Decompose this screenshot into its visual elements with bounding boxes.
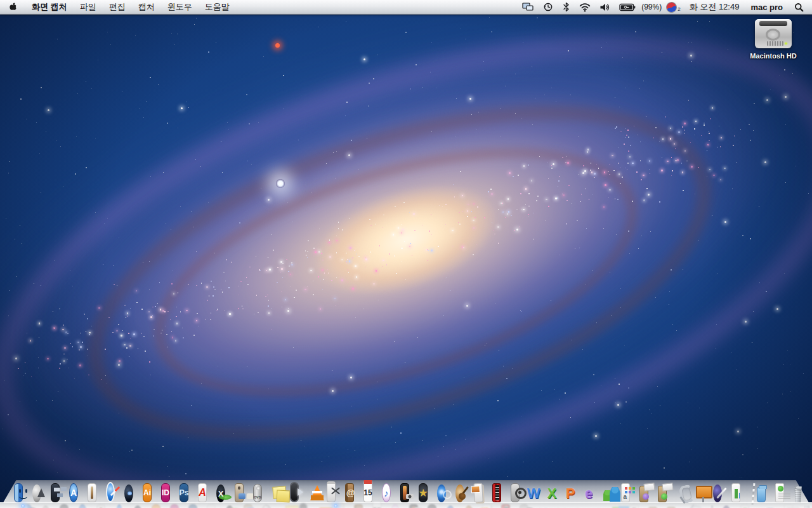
clock-menu[interactable]: 화 오전 12:49 <box>685 0 744 14</box>
color-panels-app-glyph: a <box>622 484 629 502</box>
dock-item-itunes[interactable]: ♪♪ <box>382 481 400 504</box>
dock-item-ms-messenger[interactable] <box>603 481 620 504</box>
dock-item-idvd[interactable] <box>437 481 455 504</box>
korean-flag-icon <box>665 0 679 14</box>
dock-item-dvd-player[interactable]: DVDDVD <box>253 481 271 504</box>
dock-item-clamp-app[interactable] <box>676 481 694 504</box>
dock-item-vlc[interactable] <box>308 481 326 504</box>
dock-item-address-book[interactable]: @@ <box>345 481 363 504</box>
dock-item-archive-cabinet[interactable] <box>235 481 252 504</box>
dock-item-color-panels-app[interactable]: aa <box>621 481 639 504</box>
dock-item-launchpad[interactable] <box>32 481 50 504</box>
dock-item-numbers[interactable] <box>731 481 749 504</box>
dock-item-imovie[interactable]: ★★ <box>419 481 436 504</box>
menu-item-4[interactable]: 윈도우 <box>161 0 199 14</box>
hard-drive-platter <box>766 29 780 41</box>
status-icons <box>518 0 640 14</box>
dock-item-mission-control[interactable] <box>51 481 69 504</box>
dock-item-theater-app[interactable] <box>492 481 510 504</box>
dock-item-ical[interactable]: 1515 <box>363 481 381 504</box>
dock-item-illustrator[interactable]: AiAi <box>143 481 160 504</box>
wifi-menu[interactable] <box>575 0 595 14</box>
illustrator-icon: Ai <box>143 483 152 502</box>
dock-item-trash[interactable] <box>794 481 811 504</box>
dock-item-gears-app[interactable] <box>511 481 528 504</box>
indesign-icon: ID <box>161 483 170 502</box>
dock-item-safari[interactable] <box>106 481 124 504</box>
dock-item-x-media-app[interactable]: XX <box>216 481 234 504</box>
dock-item-archive-box-purple[interactable] <box>639 481 657 504</box>
address-book-glyph: @ <box>348 484 353 502</box>
preview-icon <box>88 483 96 502</box>
menu-bar-status: (99%) 2 화 오전 12:49 mac pro <box>518 0 812 14</box>
grab-icon <box>327 481 336 502</box>
spotlight-menu[interactable] <box>790 0 812 14</box>
dock-item-finder[interactable] <box>14 481 32 504</box>
menu-item-5[interactable]: 도움말 <box>199 0 236 14</box>
imovie-glyph: ★ <box>419 484 427 502</box>
clamp-app-icon <box>676 485 685 502</box>
projector-screen-app-icon <box>695 485 704 502</box>
dock-item-garageband[interactable] <box>455 481 473 504</box>
dock-item-projector-screen-app[interactable] <box>695 481 712 504</box>
dock-item-archive-box-green[interactable] <box>658 481 676 504</box>
ms-powerpoint-icon: P <box>566 485 575 502</box>
ms-excel-glyph: X <box>547 485 556 502</box>
hard-drive-icon <box>755 19 792 48</box>
safari-icon <box>106 482 115 502</box>
dock-item-stickies[interactable] <box>272 481 289 504</box>
ms-word-glyph: W <box>529 485 538 502</box>
desktop-wallpaper <box>0 0 812 508</box>
documents-folder-icon <box>757 487 766 502</box>
dock-item-photo-booth-camera[interactable] <box>124 481 142 504</box>
dock-item-ms-word[interactable]: WW <box>529 481 547 504</box>
dock-item-ms-entourage[interactable]: ee <box>584 481 602 504</box>
finder-icon <box>14 483 23 502</box>
menu-item-0[interactable]: 화면 캡처 <box>25 0 74 14</box>
menu-item-3[interactable]: 캡처 <box>132 0 161 14</box>
mission-control-icon <box>51 483 60 502</box>
ical-glyph: 15 <box>364 484 372 502</box>
x-media-app-icon: X <box>216 485 225 502</box>
photoshop-icon: Ps <box>180 483 188 502</box>
launchpad-icon <box>32 485 41 502</box>
apple-menu[interactable] <box>0 0 25 14</box>
dock-item-indesign[interactable]: IDID <box>161 481 179 504</box>
battery-menu[interactable] <box>615 0 640 14</box>
theater-app-icon <box>492 483 501 502</box>
bluetooth-menu[interactable] <box>558 0 575 14</box>
ms-messenger-icon <box>603 485 612 502</box>
dock-item-app-store[interactable]: AA <box>69 481 87 504</box>
menu-item-1[interactable]: 파일 <box>74 0 103 14</box>
dock-item-acrobat[interactable]: AA <box>198 481 216 504</box>
dock-item-photoshop[interactable]: PsPs <box>180 481 197 504</box>
dock-item-documents-folder[interactable] <box>757 481 775 504</box>
dock-item-papers-app[interactable] <box>474 481 492 504</box>
displays-menu[interactable] <box>518 0 539 14</box>
hard-drive-vent <box>767 41 783 46</box>
time-machine-icon <box>543 2 553 12</box>
dock-item-preview[interactable] <box>88 481 105 504</box>
wifi-icon <box>579 3 591 12</box>
time-machine-menu[interactable] <box>539 0 558 14</box>
volume-menu[interactable] <box>595 0 615 14</box>
dock-item-document-stack[interactable] <box>775 481 793 504</box>
dock-item-grab[interactable] <box>327 481 344 504</box>
spotlight-icon <box>794 3 804 12</box>
user-menu[interactable]: mac pro <box>743 0 790 14</box>
dock-item-ms-excel[interactable]: XX <box>547 481 565 504</box>
desktop-icon-macintosh-hd[interactable]: Macintosh HD <box>749 19 798 60</box>
dock-item-ms-powerpoint[interactable]: PP <box>566 481 584 504</box>
input-source-menu[interactable]: 2 <box>662 0 684 14</box>
dock: AAAiAiIDIDPsPsAAXXDVDDVD@@1515♪♪★★WWXXPP… <box>0 480 812 508</box>
dock-items: AAAiAiIDIDPsPsAAXXDVDDVD@@1515♪♪★★WWXXPP… <box>14 481 811 504</box>
stickies-icon <box>272 485 280 502</box>
dock-item-iweb[interactable] <box>713 481 731 504</box>
hard-drive-top-strip <box>759 21 787 26</box>
imovie-icon: ★ <box>419 483 428 502</box>
menu-item-2[interactable]: 편집 <box>103 0 132 14</box>
trash-icon <box>794 485 802 502</box>
ms-entourage-glyph: e <box>584 485 593 502</box>
dock-item-video-player[interactable] <box>290 481 308 504</box>
dock-item-iphoto[interactable] <box>400 481 418 504</box>
